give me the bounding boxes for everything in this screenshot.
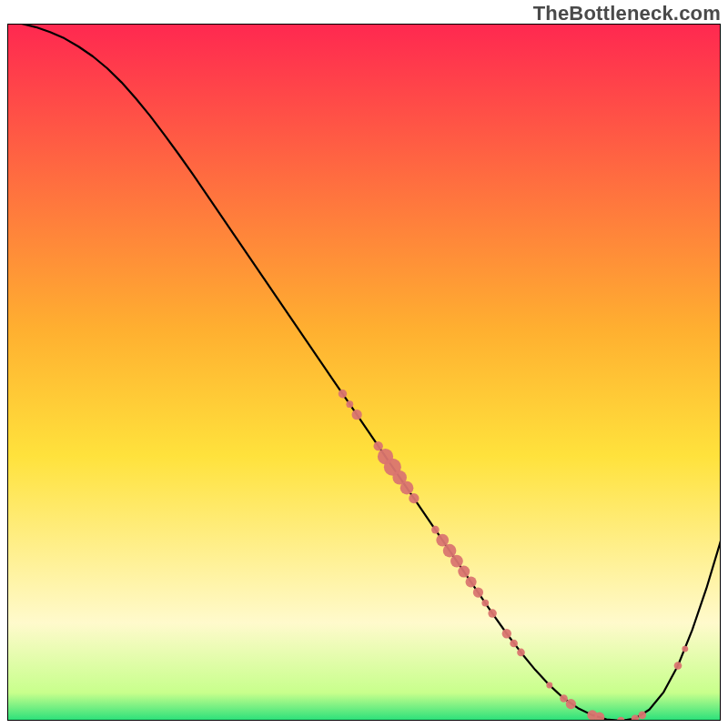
data-marker [339, 389, 347, 398]
data-marker [682, 646, 688, 652]
data-marker [638, 712, 646, 720]
bottleneck-chart [7, 24, 721, 721]
data-marker [374, 441, 383, 450]
data-marker [546, 682, 552, 688]
data-marker [450, 555, 463, 568]
data-marker [510, 640, 518, 648]
data-marker [352, 410, 362, 420]
watermark-label: TheBottleneck.com [533, 2, 721, 25]
data-marker [481, 600, 489, 607]
data-marker [473, 587, 483, 597]
data-marker [560, 694, 568, 703]
data-marker [346, 400, 353, 408]
data-marker [517, 649, 525, 657]
data-marker [502, 629, 511, 638]
gradient-background [7, 24, 721, 721]
data-marker [443, 544, 457, 558]
data-marker [488, 609, 496, 617]
data-marker [431, 526, 440, 534]
data-marker [458, 566, 470, 578]
data-marker [674, 662, 682, 670]
chart-svg [7, 24, 721, 721]
data-marker [409, 493, 419, 503]
data-marker [566, 699, 576, 709]
data-marker [466, 577, 477, 588]
data-marker [400, 481, 414, 495]
